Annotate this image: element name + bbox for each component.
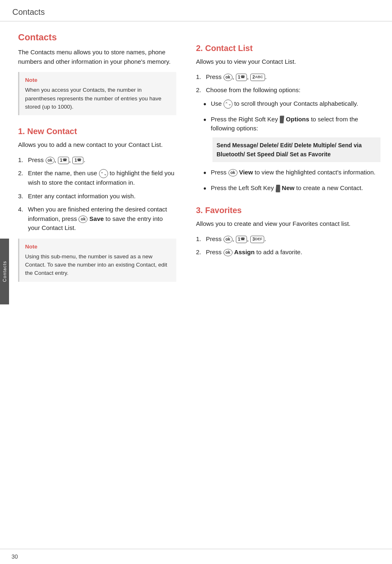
favorites-title: 3. Favorites [196,206,380,215]
note-box-1: Note When you access your Contacts, the … [18,72,176,115]
step-2: 2. Enter the name, then use ⌃⌄ to highli… [18,169,176,188]
key-cl1a: 1☎ [236,74,247,81]
options-sub-text: Send Message/ Delete/ Edit/ Delete Multi… [212,137,380,162]
cl-step-2: 2. Choose from the following options: [196,86,380,95]
step-1: 1. Press ok, 1☎, 1☎. [18,156,176,165]
contacts-section-title: Contacts [18,32,176,43]
bullet-3: • Press ok View to view the highlighted … [203,168,380,178]
favorites-body: Allows you to create and view your Favor… [196,219,380,229]
contacts-section-body: The Contacts menu allows you to store na… [18,48,176,66]
left-soft-key-icon [276,185,280,193]
bullet-1: • Use ⌃⌄ to scroll through your Contacts… [203,99,380,109]
right-column: 2. Contact List Allows you to view your … [188,24,392,548]
left-column: Contacts The Contacts menu allows you to… [9,24,188,548]
note2-text: Using this sub-menu, the number is saved… [25,253,171,278]
sidebar-label: Contacts [2,261,7,282]
bottom-bar: 30 [0,549,392,564]
header-title: Contacts [12,7,45,16]
sidebar-tab: Contacts [0,239,9,304]
key-fav1a: 1☎ [236,236,247,243]
page-container: Contacts Contacts Contacts The Contacts … [0,0,392,564]
bullet-4: • Press the Left Soft Key New to create … [203,183,380,193]
fav-step-1: 1. Press ok, 1☎, 3DEF. [196,234,380,244]
ok-key-save: ok [78,216,88,223]
key-cl1b: 2ABC [250,74,265,81]
key-fav1b: 3DEF [250,236,264,243]
key-1a: 1☎ [58,157,69,164]
ok-key-fav1: ok [224,236,233,243]
note1-label: Note [25,76,171,84]
fav-step-2: 2. Press ok Assign to add a favorite. [196,248,380,257]
content-area: Contacts The Contacts menu allows you to… [9,24,392,548]
new-contact-body: Allows you to add a new contact to your … [18,140,176,150]
ok-key-assign: ok [224,249,233,256]
ok-key-cl1: ok [224,74,233,81]
ok-key-1: ok [46,157,55,164]
contact-list-body: Allows you to view your Contact List. [196,57,380,67]
contact-list-title: 2. Contact List [196,44,380,53]
step-3: 3. Enter any contact information you wis… [18,192,176,201]
contact-list-bullets: • Use ⌃⌄ to scroll through your Contacts… [203,99,380,194]
new-contact-title: 1. New Contact [18,127,176,136]
note1-text: When you access your Contacts, the numbe… [25,86,171,111]
note-box-2: Note Using this sub-menu, the number is … [18,239,176,282]
page-number: 30 [12,553,18,560]
new-contact-steps: 1. Press ok, 1☎, 1☎. 2. Enter the name, … [18,156,176,233]
bullet-2: • Press the Right Soft Key Options to se… [203,115,380,162]
favorites-steps: 1. Press ok, 1☎, 3DEF. 2. Press ok Assig… [196,234,380,257]
key-1b: 1☎ [72,157,83,164]
step-4: 4. When you are finished entering the de… [18,205,176,233]
top-header: Contacts [0,0,392,21]
cl-step-1: 1. Press ok, 1☎, 2ABC. [196,72,380,82]
contact-list-steps: 1. Press ok, 1☎, 2ABC. 2. Choose from th… [196,72,380,95]
nav-icon-cl: ⌃⌄ [224,100,233,109]
ok-key-view: ok [228,169,238,176]
note2-label: Note [25,243,171,251]
right-soft-key-icon [280,116,284,123]
nav-icon-1: ⌃⌄ [99,169,108,178]
